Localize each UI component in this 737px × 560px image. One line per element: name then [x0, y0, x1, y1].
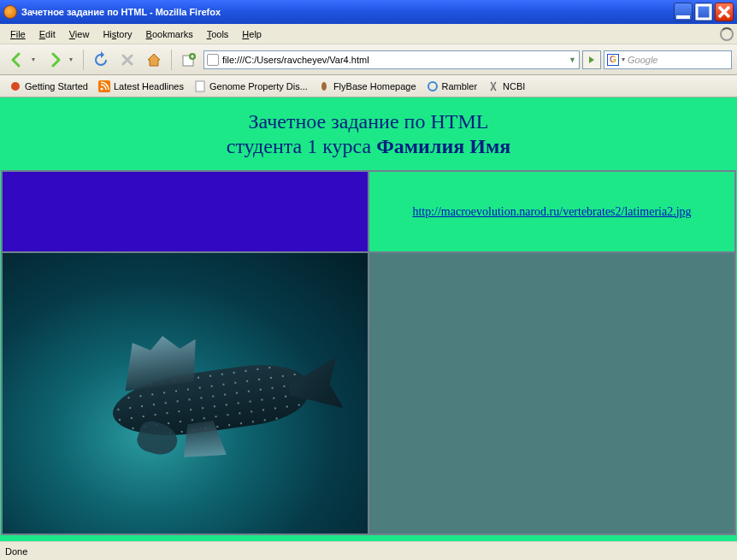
statusbar: Done: [0, 541, 737, 560]
fly-icon: [318, 80, 330, 92]
bookmark-ncbi[interactable]: NCBI: [483, 78, 529, 95]
maximize-button[interactable]: [694, 3, 713, 21]
menu-view[interactable]: View: [62, 27, 97, 42]
fin-pectoral: [134, 418, 181, 459]
minimize-button[interactable]: [674, 3, 693, 21]
cell-empty: [368, 252, 735, 534]
cell-link: http://macroevolution.narod.ru/vertebrat…: [368, 171, 735, 252]
new-tab-button[interactable]: [177, 48, 201, 72]
go-button[interactable]: [582, 50, 601, 69]
search-box[interactable]: G ▾ Google: [604, 50, 732, 69]
menu-file[interactable]: File: [3, 27, 32, 42]
rss-icon: [98, 80, 110, 92]
bookmark-icon: [9, 80, 21, 92]
status-text: Done: [5, 546, 718, 557]
fin-dorsal: [118, 332, 201, 392]
toolbar-divider: [83, 50, 84, 70]
search-engine-icon[interactable]: G: [607, 54, 619, 66]
url-bar[interactable]: file:///C:/Users/ravcheyev/Var4.html ▼: [203, 50, 580, 69]
page-content: Зачетное задание по HTML студента 1 курс…: [0, 97, 737, 541]
bookmarks-toolbar: Getting Started Latest Headlines Genome …: [0, 75, 737, 97]
back-dropdown-icon[interactable]: ▾: [32, 56, 40, 63]
bookmark-latest-headlines[interactable]: Latest Headlines: [94, 78, 188, 95]
throbber-container: [720, 27, 734, 41]
fish-image: [3, 253, 368, 533]
close-button[interactable]: [715, 3, 734, 21]
security-icon: [718, 545, 732, 558]
search-engine-dropdown-icon[interactable]: ▾: [622, 56, 625, 63]
navigation-toolbar: ▾ ▾ file:///C:/Users/ravcheyev/Var4.html…: [0, 44, 737, 75]
page-icon: [194, 80, 206, 92]
rambler-icon: [427, 80, 439, 92]
home-button[interactable]: [142, 48, 166, 72]
svg-rect-1: [697, 5, 710, 19]
forward-dropdown-icon[interactable]: ▾: [69, 56, 78, 63]
url-text[interactable]: file:///C:/Users/ravcheyev/Var4.html: [222, 55, 565, 65]
stop-button[interactable]: [115, 48, 139, 72]
window-titlebar: Зачетное задание по HTML - Mozilla Firef…: [0, 0, 737, 24]
bookmark-genome[interactable]: Genome Property Dis...: [190, 78, 312, 95]
cell-blue: [2, 171, 368, 252]
bookmark-getting-started[interactable]: Getting Started: [5, 78, 92, 95]
bookmark-label: NCBI: [503, 81, 525, 91]
image-link[interactable]: http://macroevolution.narod.ru/vertebrat…: [412, 205, 691, 218]
forward-button[interactable]: [43, 48, 67, 72]
page-icon: [207, 54, 219, 66]
search-placeholder: Google: [628, 55, 728, 65]
bookmark-label: Rambler: [442, 81, 478, 91]
fin-pelvic: [180, 419, 227, 461]
bookmark-label: Getting Started: [25, 81, 88, 91]
bookmark-label: FlyBase Homepage: [333, 81, 416, 91]
window-title: Зачетное задание по HTML - Mozilla Firef…: [21, 7, 674, 17]
svg-point-9: [428, 82, 437, 91]
bookmark-rambler[interactable]: Rambler: [422, 78, 482, 95]
url-dropdown-icon[interactable]: ▼: [569, 56, 576, 64]
heading-line2: студента 1 курса Фамилия Имя: [1, 135, 736, 158]
svg-point-4: [11, 82, 20, 91]
svg-point-6: [101, 87, 103, 90]
toolbar-divider: [171, 50, 172, 70]
menu-bookmarks[interactable]: Bookmarks: [139, 27, 200, 42]
menu-tools[interactable]: Tools: [200, 27, 236, 42]
bookmark-label: Latest Headlines: [114, 81, 184, 91]
svg-rect-7: [196, 81, 204, 91]
fin-tail: [286, 357, 344, 416]
back-button[interactable]: [5, 48, 29, 72]
bookmark-label: Genome Property Dis...: [209, 81, 308, 91]
cell-image: [2, 252, 368, 534]
firefox-icon: [3, 5, 17, 19]
reload-button[interactable]: [89, 48, 113, 72]
svg-rect-0: [676, 15, 690, 19]
window-controls: [674, 3, 734, 21]
throbber-icon: [720, 27, 734, 41]
fish-body: [109, 357, 312, 444]
menubar: File Edit View History Bookmarks Tools H…: [0, 24, 737, 44]
menu-edit[interactable]: Edit: [32, 27, 62, 42]
content-table: http://macroevolution.narod.ru/vertebrat…: [1, 170, 736, 535]
menu-history[interactable]: History: [96, 27, 139, 42]
ncbi-icon: [487, 80, 499, 92]
menu-help[interactable]: Help: [235, 27, 268, 42]
svg-point-8: [321, 82, 327, 91]
page-heading: Зачетное задание по HTML студента 1 курс…: [1, 98, 736, 170]
heading-line1: Зачетное задание по HTML: [1, 110, 736, 133]
bookmark-flybase[interactable]: FlyBase Homepage: [314, 78, 421, 95]
